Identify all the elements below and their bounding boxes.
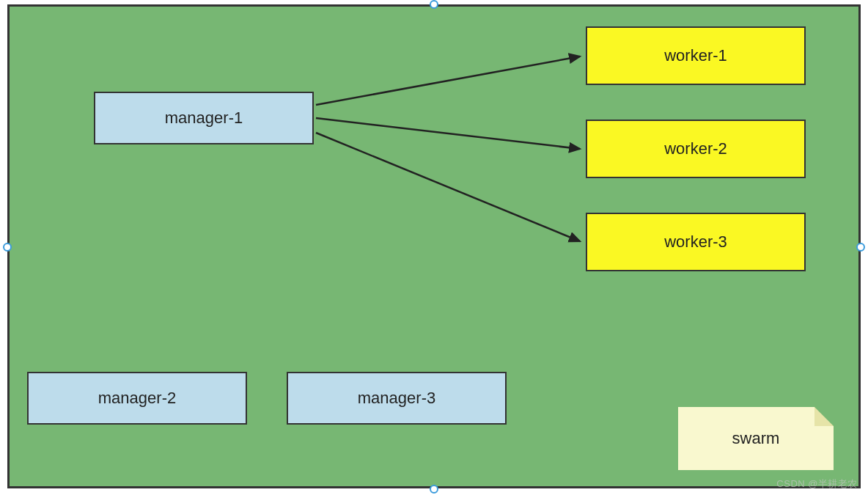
selection-handle-left[interactable] [3, 243, 12, 252]
selection-handle-right[interactable] [856, 243, 865, 252]
worker-3-node[interactable]: worker-3 [586, 213, 806, 271]
diagram-canvas[interactable]: manager-1 manager-2 manager-3 worker-1 w… [7, 4, 861, 488]
manager-3-label: manager-3 [358, 389, 435, 408]
worker-2-label: worker-2 [664, 139, 727, 158]
watermark-text: CSDN @半耕老农 [776, 477, 858, 491]
manager-1-label: manager-1 [165, 109, 243, 128]
manager-3-node[interactable]: manager-3 [287, 372, 507, 425]
manager-2-node[interactable]: manager-2 [27, 372, 247, 425]
arrow-manager1-worker1 [316, 56, 580, 105]
worker-3-label: worker-3 [664, 232, 727, 252]
worker-1-label: worker-1 [664, 46, 727, 65]
worker-2-node[interactable]: worker-2 [586, 120, 806, 178]
arrow-manager1-worker2 [316, 118, 580, 149]
worker-1-node[interactable]: worker-1 [586, 26, 806, 85]
manager-1-node[interactable]: manager-1 [94, 92, 314, 144]
manager-2-label: manager-2 [98, 389, 176, 408]
swarm-note-label: swarm [732, 429, 780, 448]
selection-handle-top[interactable] [430, 0, 438, 9]
arrow-manager1-worker3 [316, 133, 580, 241]
selection-handle-bottom[interactable] [430, 485, 438, 494]
note-fold-icon [814, 407, 834, 426]
swarm-note[interactable]: swarm [678, 407, 834, 470]
